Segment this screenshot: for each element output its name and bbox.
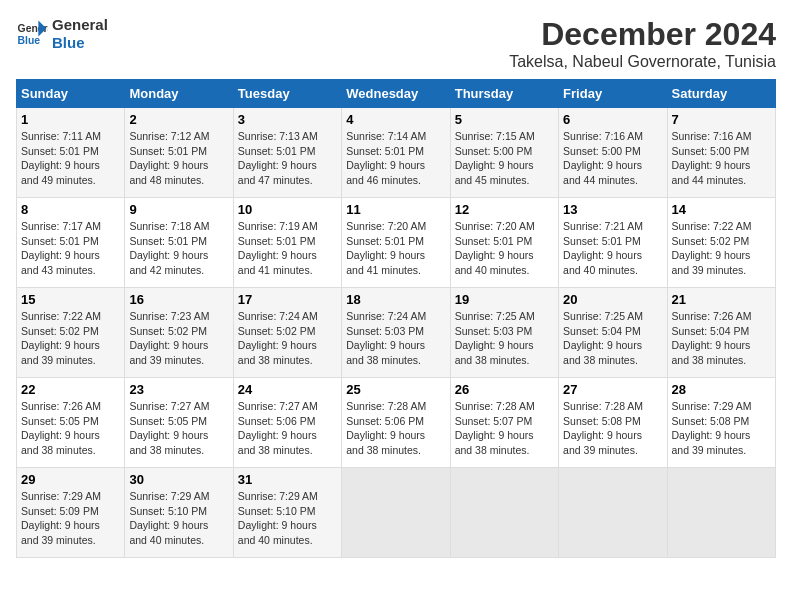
calendar-cell [559, 468, 667, 558]
day-number: 18 [346, 292, 445, 307]
calendar-cell: 26Sunrise: 7:28 AMSunset: 5:07 PMDayligh… [450, 378, 558, 468]
calendar-cell: 15Sunrise: 7:22 AMSunset: 5:02 PMDayligh… [17, 288, 125, 378]
calendar-cell: 3Sunrise: 7:13 AMSunset: 5:01 PMDaylight… [233, 108, 341, 198]
day-info: Sunrise: 7:25 AMSunset: 5:03 PMDaylight:… [455, 309, 554, 368]
day-header-thursday: Thursday [450, 80, 558, 108]
day-info: Sunrise: 7:28 AMSunset: 5:08 PMDaylight:… [563, 399, 662, 458]
day-number: 7 [672, 112, 771, 127]
day-info: Sunrise: 7:20 AMSunset: 5:01 PMDaylight:… [455, 219, 554, 278]
calendar-cell: 20Sunrise: 7:25 AMSunset: 5:04 PMDayligh… [559, 288, 667, 378]
calendar-cell: 22Sunrise: 7:26 AMSunset: 5:05 PMDayligh… [17, 378, 125, 468]
day-info: Sunrise: 7:11 AMSunset: 5:01 PMDaylight:… [21, 129, 120, 188]
day-number: 5 [455, 112, 554, 127]
calendar-cell [342, 468, 450, 558]
logo: General Blue General Blue [16, 16, 108, 52]
day-header-sunday: Sunday [17, 80, 125, 108]
day-number: 16 [129, 292, 228, 307]
calendar-table: SundayMondayTuesdayWednesdayThursdayFrid… [16, 79, 776, 558]
day-info: Sunrise: 7:27 AMSunset: 5:06 PMDaylight:… [238, 399, 337, 458]
logo-line2: Blue [52, 34, 108, 52]
calendar-cell: 6Sunrise: 7:16 AMSunset: 5:00 PMDaylight… [559, 108, 667, 198]
day-number: 10 [238, 202, 337, 217]
day-info: Sunrise: 7:28 AMSunset: 5:06 PMDaylight:… [346, 399, 445, 458]
day-info: Sunrise: 7:22 AMSunset: 5:02 PMDaylight:… [672, 219, 771, 278]
day-number: 15 [21, 292, 120, 307]
header-row: SundayMondayTuesdayWednesdayThursdayFrid… [17, 80, 776, 108]
calendar-cell: 16Sunrise: 7:23 AMSunset: 5:02 PMDayligh… [125, 288, 233, 378]
calendar-cell: 5Sunrise: 7:15 AMSunset: 5:00 PMDaylight… [450, 108, 558, 198]
calendar-week-1: 1Sunrise: 7:11 AMSunset: 5:01 PMDaylight… [17, 108, 776, 198]
day-info: Sunrise: 7:27 AMSunset: 5:05 PMDaylight:… [129, 399, 228, 458]
day-number: 29 [21, 472, 120, 487]
day-number: 13 [563, 202, 662, 217]
day-number: 31 [238, 472, 337, 487]
day-info: Sunrise: 7:16 AMSunset: 5:00 PMDaylight:… [672, 129, 771, 188]
day-number: 17 [238, 292, 337, 307]
day-info: Sunrise: 7:25 AMSunset: 5:04 PMDaylight:… [563, 309, 662, 368]
calendar-cell: 10Sunrise: 7:19 AMSunset: 5:01 PMDayligh… [233, 198, 341, 288]
calendar-cell: 17Sunrise: 7:24 AMSunset: 5:02 PMDayligh… [233, 288, 341, 378]
day-number: 12 [455, 202, 554, 217]
day-info: Sunrise: 7:15 AMSunset: 5:00 PMDaylight:… [455, 129, 554, 188]
day-header-saturday: Saturday [667, 80, 775, 108]
page-header: General Blue General Blue December 2024 … [16, 16, 776, 71]
day-info: Sunrise: 7:24 AMSunset: 5:02 PMDaylight:… [238, 309, 337, 368]
calendar-cell: 7Sunrise: 7:16 AMSunset: 5:00 PMDaylight… [667, 108, 775, 198]
day-info: Sunrise: 7:29 AMSunset: 5:10 PMDaylight:… [129, 489, 228, 548]
calendar-cell: 29Sunrise: 7:29 AMSunset: 5:09 PMDayligh… [17, 468, 125, 558]
calendar-cell: 23Sunrise: 7:27 AMSunset: 5:05 PMDayligh… [125, 378, 233, 468]
calendar-cell: 27Sunrise: 7:28 AMSunset: 5:08 PMDayligh… [559, 378, 667, 468]
day-header-friday: Friday [559, 80, 667, 108]
calendar-cell [450, 468, 558, 558]
calendar-week-4: 22Sunrise: 7:26 AMSunset: 5:05 PMDayligh… [17, 378, 776, 468]
day-info: Sunrise: 7:29 AMSunset: 5:09 PMDaylight:… [21, 489, 120, 548]
day-header-wednesday: Wednesday [342, 80, 450, 108]
day-info: Sunrise: 7:12 AMSunset: 5:01 PMDaylight:… [129, 129, 228, 188]
calendar-cell: 18Sunrise: 7:24 AMSunset: 5:03 PMDayligh… [342, 288, 450, 378]
calendar-cell: 25Sunrise: 7:28 AMSunset: 5:06 PMDayligh… [342, 378, 450, 468]
day-number: 9 [129, 202, 228, 217]
day-info: Sunrise: 7:26 AMSunset: 5:05 PMDaylight:… [21, 399, 120, 458]
day-info: Sunrise: 7:28 AMSunset: 5:07 PMDaylight:… [455, 399, 554, 458]
calendar-cell: 12Sunrise: 7:20 AMSunset: 5:01 PMDayligh… [450, 198, 558, 288]
calendar-cell: 1Sunrise: 7:11 AMSunset: 5:01 PMDaylight… [17, 108, 125, 198]
day-info: Sunrise: 7:26 AMSunset: 5:04 PMDaylight:… [672, 309, 771, 368]
calendar-cell: 2Sunrise: 7:12 AMSunset: 5:01 PMDaylight… [125, 108, 233, 198]
calendar-cell: 13Sunrise: 7:21 AMSunset: 5:01 PMDayligh… [559, 198, 667, 288]
calendar-cell: 31Sunrise: 7:29 AMSunset: 5:10 PMDayligh… [233, 468, 341, 558]
day-info: Sunrise: 7:18 AMSunset: 5:01 PMDaylight:… [129, 219, 228, 278]
day-number: 2 [129, 112, 228, 127]
main-title: December 2024 [509, 16, 776, 53]
calendar-week-3: 15Sunrise: 7:22 AMSunset: 5:02 PMDayligh… [17, 288, 776, 378]
day-number: 8 [21, 202, 120, 217]
calendar-cell: 9Sunrise: 7:18 AMSunset: 5:01 PMDaylight… [125, 198, 233, 288]
calendar-cell [667, 468, 775, 558]
day-info: Sunrise: 7:24 AMSunset: 5:03 PMDaylight:… [346, 309, 445, 368]
day-number: 20 [563, 292, 662, 307]
day-number: 23 [129, 382, 228, 397]
day-number: 6 [563, 112, 662, 127]
title-block: December 2024 Takelsa, Nabeul Governorat… [509, 16, 776, 71]
calendar-cell: 14Sunrise: 7:22 AMSunset: 5:02 PMDayligh… [667, 198, 775, 288]
day-number: 4 [346, 112, 445, 127]
day-number: 22 [21, 382, 120, 397]
calendar-cell: 28Sunrise: 7:29 AMSunset: 5:08 PMDayligh… [667, 378, 775, 468]
day-info: Sunrise: 7:23 AMSunset: 5:02 PMDaylight:… [129, 309, 228, 368]
day-header-tuesday: Tuesday [233, 80, 341, 108]
day-number: 27 [563, 382, 662, 397]
day-info: Sunrise: 7:13 AMSunset: 5:01 PMDaylight:… [238, 129, 337, 188]
logo-line1: General [52, 16, 108, 34]
day-number: 30 [129, 472, 228, 487]
sub-title: Takelsa, Nabeul Governorate, Tunisia [509, 53, 776, 71]
day-number: 3 [238, 112, 337, 127]
day-number: 19 [455, 292, 554, 307]
day-number: 28 [672, 382, 771, 397]
calendar-cell: 8Sunrise: 7:17 AMSunset: 5:01 PMDaylight… [17, 198, 125, 288]
calendar-week-5: 29Sunrise: 7:29 AMSunset: 5:09 PMDayligh… [17, 468, 776, 558]
day-number: 1 [21, 112, 120, 127]
logo-icon: General Blue [16, 18, 48, 50]
day-info: Sunrise: 7:14 AMSunset: 5:01 PMDaylight:… [346, 129, 445, 188]
day-number: 25 [346, 382, 445, 397]
calendar-cell: 4Sunrise: 7:14 AMSunset: 5:01 PMDaylight… [342, 108, 450, 198]
day-number: 11 [346, 202, 445, 217]
